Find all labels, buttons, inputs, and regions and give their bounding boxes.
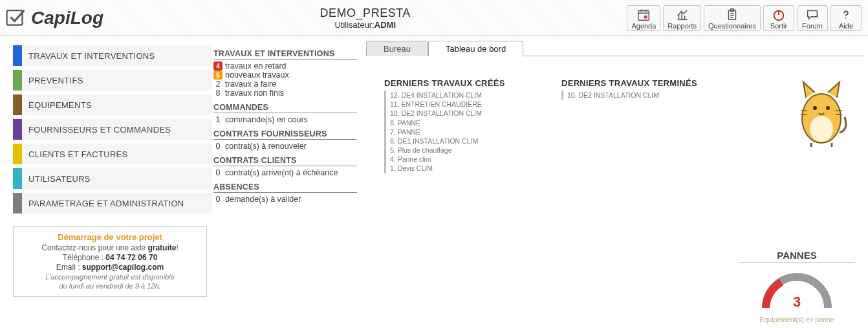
user-label: Utilisateur:	[334, 20, 374, 30]
logo-text: CapiLog	[31, 8, 103, 28]
color-bar	[13, 144, 22, 164]
svg-rect-1	[638, 10, 649, 20]
sidebar-item-label: PARAMETRAGE ET ADMINISTRATION	[28, 199, 184, 208]
list-item[interactable]: 10. DE2 INSTALLATION CLIM	[390, 109, 546, 118]
svg-point-6	[845, 17, 847, 19]
calendar-icon	[636, 8, 651, 22]
stats-row: 8travaux non finis	[213, 89, 357, 98]
color-bar	[13, 70, 22, 91]
speech-icon	[805, 8, 819, 22]
support-box: Démarrage de votre projet Contactez-nous…	[13, 226, 207, 297]
sidebar-item-5[interactable]: UTILISATEURS	[13, 168, 212, 189]
toolbar-label: Sortir	[770, 22, 787, 30]
list-item[interactable]: 6. DE1 INSTALLATION CLIM	[390, 137, 546, 146]
rapports-button[interactable]: Rapports	[663, 5, 701, 31]
stats-row: 2travaux à faire	[213, 80, 357, 89]
sortir-button[interactable]: Sortir	[763, 5, 794, 31]
stats-row: 4travaux en retard	[213, 61, 357, 71]
svg-point-9	[813, 106, 817, 110]
sidebar-item-1[interactable]: PREVENTIFS	[13, 70, 212, 91]
toolbar-label: Agenda	[631, 22, 656, 30]
main-area: Bureau Tableau de bord DERNIERS TRAVAUX …	[362, 36, 868, 297]
app-logo: CapiLog	[4, 6, 103, 30]
sidebar-item-label: EQUIPEMENTS	[28, 100, 92, 110]
color-bar	[13, 193, 22, 213]
forum-button[interactable]: Forum	[797, 5, 828, 31]
aide-button[interactable]: Aide	[830, 5, 862, 31]
toolbar-label: Forum	[802, 22, 823, 30]
instance-title: DEMO_PRESTA	[103, 6, 627, 20]
list-item[interactable]: 12. DE4 INSTALLATION CLIM	[390, 91, 546, 100]
support-title: Démarrage de votre projet	[21, 232, 199, 242]
panel-recent-finished: DERNIERS TRAVAUX TERMINÉS 10. DE2 INSTAL…	[561, 78, 704, 173]
pannes-widget: PANNES 3 Equipement(s) en panne	[739, 250, 855, 323]
app-header: CapiLog DEMO_PRESTA Utilisateur:ADMI Age…	[0, 0, 868, 36]
chart-icon	[675, 8, 689, 22]
svg-rect-2	[644, 15, 647, 18]
sidebar-item-0[interactable]: TRAVAUX ET INTERVENTIONS	[13, 45, 212, 66]
sidebar-item-label: FOURNISSEURS ET COMMANDES	[28, 125, 171, 135]
tab-tableau[interactable]: Tableau de bord	[428, 41, 523, 56]
badge-red: 4	[213, 61, 222, 71]
panel-title: DERNIERS TRAVAUX TERMINÉS	[561, 78, 704, 88]
panel-recent-created: DERNIERS TRAVAUX CRÉÉS 12. DE4 INSTALLAT…	[384, 78, 546, 173]
header-toolbar: Agenda Rapports Questionnaires Sortir Fo…	[627, 5, 862, 31]
user-value: ADMI	[374, 20, 396, 30]
header-title-block: DEMO_PRESTA Utilisateur:ADMI	[103, 6, 627, 30]
gauge-icon: 3	[758, 268, 836, 313]
color-bar	[13, 94, 22, 115]
panel-title: DERNIERS TRAVAUX CRÉÉS	[384, 78, 546, 88]
badge-orange: 5	[213, 71, 222, 80]
power-icon	[772, 8, 786, 22]
pannes-title: PANNES	[739, 250, 855, 263]
stats-cc-title: CONTRATS CLIENTS	[213, 156, 357, 166]
list-item[interactable]: 8. PANNE	[390, 118, 546, 127]
svg-point-8	[810, 116, 833, 142]
svg-point-10	[826, 106, 830, 110]
sidebar-item-4[interactable]: CLIENTS ET FACTURES	[13, 144, 212, 164]
stats-row: 5nouveaux travaux	[213, 71, 357, 80]
svg-rect-0	[7, 10, 23, 25]
tab-strip: Bureau Tableau de bord	[366, 40, 864, 56]
sidebar: TRAVAUX ET INTERVENTIONSPREVENTIFSEQUIPE…	[0, 36, 212, 297]
toolbar-label: Rapports	[667, 22, 697, 30]
list-item[interactable]: 10. DE2 INSTALLATION CLIM	[567, 91, 704, 100]
sidebar-item-2[interactable]: EQUIPEMENTS	[13, 94, 212, 115]
cat-mascot-icon	[794, 78, 849, 149]
toolbar-label: Questionnaires	[708, 22, 756, 30]
stats-cf-title: CONTRATS FOURNISSEURS	[213, 129, 357, 140]
list-item[interactable]: 7. PANNE	[390, 127, 546, 137]
sidebar-item-6[interactable]: PARAMETRAGE ET ADMINISTRATION	[13, 193, 212, 213]
tab-bureau[interactable]: Bureau	[366, 41, 428, 56]
sidebar-item-3[interactable]: FOURNISSEURS ET COMMANDES	[13, 119, 212, 140]
mascot-image	[794, 78, 849, 173]
agenda-button[interactable]: Agenda	[627, 5, 660, 31]
stats-travaux-title: TRAVAUX ET INTERVENTIONS	[213, 49, 357, 60]
stats-abs-title: ABSENCES	[213, 182, 357, 193]
color-bar	[13, 45, 22, 66]
list-item[interactable]: 1. Devis CLIM	[390, 164, 546, 173]
toolbar-label: Aide	[839, 22, 853, 30]
sidebar-item-label: UTILISATEURS	[28, 174, 91, 184]
list-item[interactable]: 5. Plus de chauffage	[390, 146, 546, 155]
color-bar	[13, 119, 22, 140]
help-icon	[839, 8, 853, 22]
sidebar-item-label: CLIENTS ET FACTURES	[28, 149, 128, 159]
logo-checkmark-icon	[4, 6, 27, 30]
pannes-sub: Equipement(s) en panne	[739, 316, 855, 323]
sidebar-item-label: TRAVAUX ET INTERVENTIONS	[28, 51, 155, 61]
clipboard-icon	[725, 8, 739, 22]
list-item[interactable]: 4. Panne clim	[390, 155, 546, 164]
stats-commandes-title: COMMANDES	[213, 103, 357, 113]
color-bar	[13, 168, 22, 189]
questionnaires-button[interactable]: Questionnaires	[704, 5, 761, 31]
sidebar-item-label: PREVENTIFS	[28, 76, 83, 85]
list-item[interactable]: 11. ENTRETIEN CHAUDIERE	[390, 100, 546, 109]
pannes-count: 3	[758, 294, 836, 311]
stats-column: TRAVAUX ET INTERVENTIONS 4travaux en ret…	[212, 36, 362, 297]
